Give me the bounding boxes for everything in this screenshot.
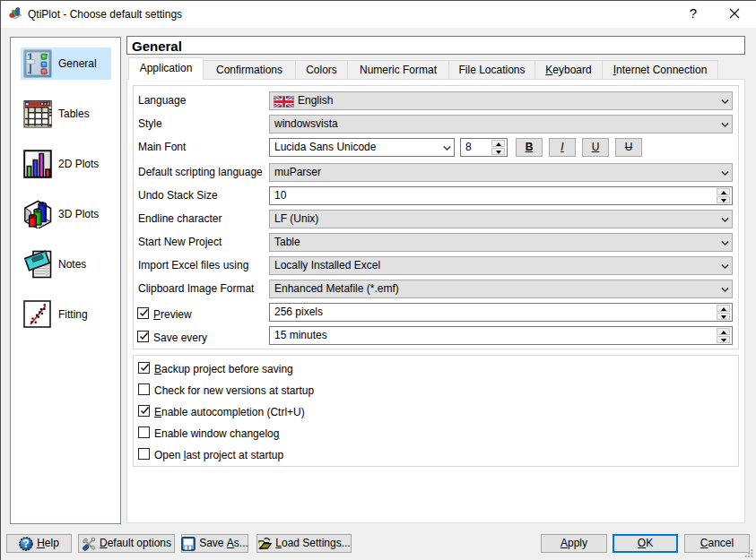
svg-text:?: ?: [22, 538, 29, 550]
